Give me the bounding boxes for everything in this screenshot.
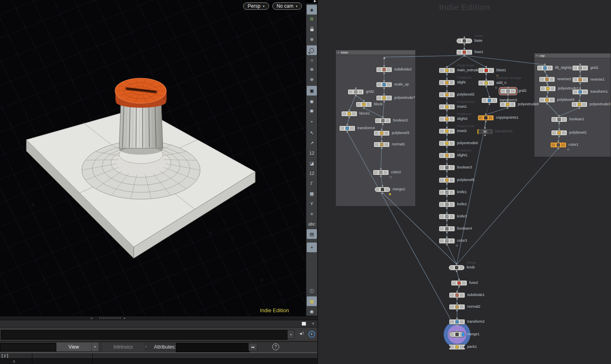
node-flag-right[interactable] [493, 99, 496, 102]
attributes-input[interactable] [176, 343, 250, 352]
column-divider[interactable] [92, 353, 93, 364]
node-flag-right[interactable] [462, 281, 466, 285]
node-flag-left[interactable] [357, 103, 361, 106]
handles-tool-icon[interactable]: ♻ [307, 14, 317, 24]
network-node-transform5[interactable] [477, 129, 493, 134]
node-flag-left[interactable] [574, 66, 577, 70]
network-node-scale_up[interactable] [376, 82, 392, 87]
node-flag-left[interactable] [440, 93, 444, 96]
view-dropdown-button[interactable]: View [56, 343, 91, 351]
network-node-copytopoints1[interactable] [478, 115, 494, 121]
network-node-color2[interactable] [373, 170, 389, 175]
node-flag-right[interactable] [489, 116, 492, 119]
network-node-lift_slightly[interactable] [537, 65, 553, 71]
node-flag-left[interactable] [552, 143, 555, 147]
node-flag-left[interactable] [440, 215, 444, 218]
node-flag-right[interactable] [583, 103, 586, 106]
node-flag-right[interactable] [450, 81, 453, 84]
network-node-block1[interactable] [341, 111, 357, 117]
node-flag-left[interactable] [440, 117, 444, 121]
node-flag-left[interactable] [540, 98, 544, 102]
network-node-transform2[interactable] [449, 319, 465, 325]
column-divider[interactable] [32, 353, 32, 364]
lightbulb-icon[interactable]: ☼ [307, 55, 317, 65]
node-flag-right[interactable] [450, 105, 453, 109]
node-flag-left[interactable] [574, 90, 577, 94]
node-flag-right[interactable] [562, 118, 566, 121]
node-flag-right[interactable] [385, 132, 388, 135]
node-flag-left[interactable] [553, 131, 556, 134]
node-flag-left[interactable] [502, 89, 505, 93]
node-flag-right[interactable] [450, 215, 453, 218]
node-flag-right[interactable] [450, 154, 453, 157]
node-flag-left[interactable] [440, 227, 444, 230]
node-flag-left[interactable] [480, 81, 483, 85]
normals-icon[interactable]: Y [307, 199, 317, 209]
node-flag-left[interactable] [541, 87, 545, 90]
node-flag-right[interactable] [550, 78, 553, 81]
persp-menu-button[interactable]: Persp ▾ [243, 2, 269, 10]
network-node-normal1[interactable] [374, 142, 390, 147]
profile-curve-icon[interactable]: Γ [307, 179, 317, 188]
scrub-left-icon[interactable]: ◂ [91, 317, 92, 320]
text-overlay-icon[interactable]: abc [307, 219, 317, 229]
pin-view-icon[interactable]: ⌖ [307, 243, 317, 252]
network-node-boolean1[interactable] [551, 117, 567, 122]
node-flag-left[interactable] [574, 78, 577, 81]
filter-input[interactable] [0, 343, 56, 351]
network-node-merge2[interactable] [374, 187, 391, 192]
lock-icon[interactable] [307, 24, 317, 34]
network-node-transform1[interactable] [572, 89, 588, 95]
node-flag-left[interactable] [458, 51, 461, 54]
network-node-slight1[interactable] [439, 153, 455, 158]
visualizer-icon[interactable]: ≡ [307, 209, 317, 219]
node-flag-right[interactable] [450, 130, 453, 133]
node-flag-left[interactable] [451, 320, 454, 324]
node-flag-right[interactable] [386, 188, 389, 191]
view-eye-icon[interactable]: ◉ [307, 307, 317, 316]
node-flag-left[interactable] [375, 143, 378, 146]
background-image-icon[interactable]: ▤ [307, 229, 317, 239]
network-node-grid3[interactable] [500, 88, 516, 94]
node-flag-left[interactable] [378, 68, 381, 71]
node-flag-right[interactable] [450, 93, 453, 96]
network-node-color3[interactable] [439, 238, 455, 244]
node-flag-right[interactable] [489, 69, 493, 72]
network-node-polybevel5[interactable] [439, 177, 455, 183]
node-flag-left[interactable] [483, 99, 486, 102]
node-flag-right[interactable] [387, 96, 391, 100]
intrinsics-dropdown-button[interactable]: Intrinsics [102, 343, 144, 351]
snapshot-icon[interactable]: ▣ [307, 86, 317, 96]
prim-normal-icon[interactable]: ◪ [307, 158, 317, 168]
node-flag-right[interactable] [511, 103, 514, 106]
network-node-main_extrude[interactable] [439, 68, 455, 73]
network-node-block[interactable] [356, 102, 372, 107]
color-swatch[interactable] [302, 322, 306, 326]
node-flag-left[interactable] [440, 239, 444, 243]
node-flag-right[interactable] [450, 239, 453, 243]
node-flag-left[interactable] [458, 39, 461, 43]
point-normal-icon[interactable]: ↖ [307, 128, 317, 138]
network-node-polyextrude8[interactable] [500, 102, 516, 107]
node-flag-right[interactable] [359, 90, 362, 94]
viewport-3d[interactable]: Persp ▾ No cam ▾ -2 2 -2 Indie Edition [0, 0, 306, 316]
network-node-grid1[interactable] [572, 65, 588, 71]
node-flag-right[interactable] [460, 294, 464, 297]
network-node-polyextrude3[interactable] [571, 102, 588, 107]
node-flag-left[interactable] [376, 188, 379, 191]
view-dropdown-arrow[interactable]: ▾ [92, 343, 98, 351]
node-flag-right[interactable] [550, 98, 553, 102]
node-flag-left[interactable] [538, 66, 542, 70]
node-flag-right[interactable] [386, 119, 389, 122]
point-vector-icon[interactable]: ↗ [307, 138, 317, 148]
node-flag-left[interactable] [440, 81, 444, 84]
node-flag-right[interactable] [450, 227, 453, 230]
node-flag-left[interactable] [501, 103, 504, 106]
path-dropdown-button[interactable]: ▾ [287, 330, 295, 339]
node-flag-right[interactable] [385, 143, 388, 146]
node-flag-right[interactable] [352, 112, 356, 115]
node-flag-right[interactable] [450, 179, 453, 182]
network-node-boolean4[interactable] [439, 226, 455, 232]
node-flag-left[interactable] [440, 130, 444, 133]
network-node-base[interactable] [456, 38, 472, 44]
